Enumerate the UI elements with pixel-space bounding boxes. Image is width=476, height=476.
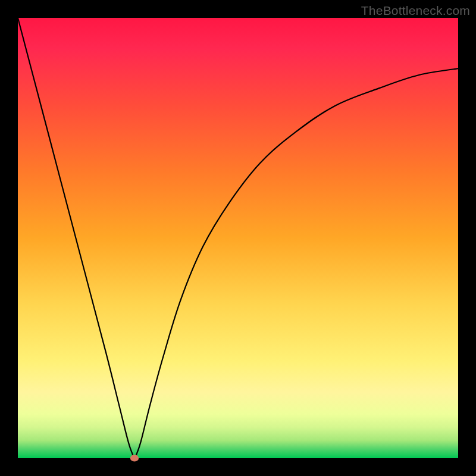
watermark-text: TheBottleneck.com (361, 4, 470, 18)
plot-area (18, 18, 458, 458)
optimal-point-marker (130, 455, 139, 462)
bottleneck-curve (18, 18, 458, 458)
chart-container: TheBottleneck.com (0, 0, 476, 476)
